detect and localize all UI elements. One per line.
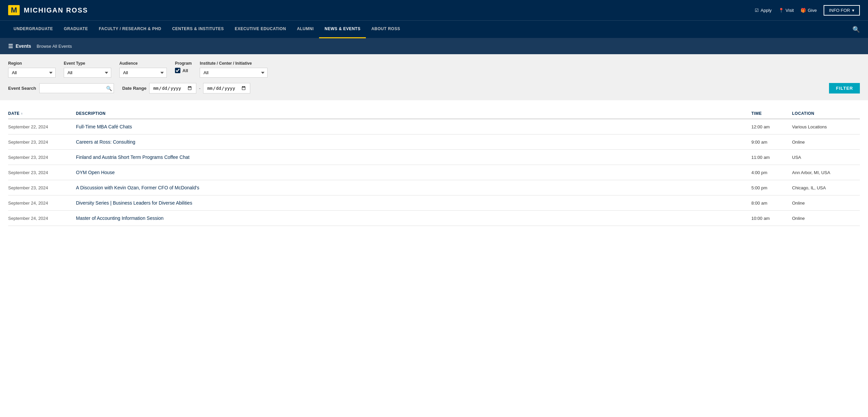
event-type-select[interactable]: All	[64, 68, 111, 78]
filters-row2: Event Search 🔍 Date Range - FILTER	[8, 83, 860, 93]
event-link[interactable]: Full-Time MBA Café Chats	[76, 124, 132, 129]
events-table: DATE ↑ DESCRIPTION TIME LOCATION Septemb…	[0, 100, 868, 226]
nav-item-alumni[interactable]: ALUMNI	[292, 21, 319, 38]
gift-icon: 🎁	[801, 8, 806, 13]
audience-label: Audience	[119, 61, 167, 66]
table-row: September 24, 2024 Diversity Series | Bu…	[8, 195, 860, 211]
nav-item-executive[interactable]: EXECUTIVE EDUCATION	[229, 21, 291, 38]
table-row: September 23, 2024 Finland and Austria S…	[8, 150, 860, 165]
region-label: Region	[8, 61, 56, 66]
col-header-description: DESCRIPTION	[76, 111, 751, 116]
table-header: DATE ↑ DESCRIPTION TIME LOCATION	[8, 108, 860, 119]
top-bar: M MICHIGAN ROSS ☑ Apply 📍 Visit 🎁 Give I…	[0, 0, 868, 20]
table-row: September 23, 2024 A Discussion with Kev…	[8, 180, 860, 195]
institute-label: Institute / Center / Initiative	[200, 61, 268, 66]
nav-item-centers[interactable]: CENTERS & INSTITUTES	[167, 21, 230, 38]
cell-date: September 23, 2024	[8, 185, 76, 190]
apply-link[interactable]: ☑ Apply	[755, 8, 772, 13]
cell-description: A Discussion with Kevin Ozan, Former CFO…	[76, 185, 751, 190]
events-label: Events	[16, 43, 31, 49]
col-header-date[interactable]: DATE ↑	[8, 111, 76, 116]
search-input-wrapper: 🔍	[39, 83, 114, 93]
cell-time: 8:00 am	[751, 201, 792, 206]
filter-button[interactable]: FILTER	[829, 83, 860, 93]
nav-item-faculty[interactable]: FACULTY / RESEARCH & PHD	[93, 21, 166, 38]
program-checkbox-row: All	[175, 68, 192, 73]
program-all-checkbox[interactable]	[175, 68, 180, 73]
table-body: September 22, 2024 Full-Time MBA Café Ch…	[8, 119, 860, 226]
give-label: Give	[808, 8, 817, 13]
event-link[interactable]: Finland and Austria Short Term Programs …	[76, 154, 190, 160]
cell-time: 11:00 am	[751, 155, 792, 160]
cell-location: Chicago, IL, USA	[792, 185, 860, 190]
event-link[interactable]: A Discussion with Kevin Ozan, Former CFO…	[76, 185, 199, 190]
nav-item-undergraduate[interactable]: UNDERGRADUATE	[8, 21, 58, 38]
audience-select[interactable]: All	[119, 68, 167, 78]
info-for-label: INFO FOR	[829, 8, 850, 13]
cell-date: September 23, 2024	[8, 140, 76, 145]
main-nav: UNDERGRADUATE GRADUATE FACULTY / RESEARC…	[0, 20, 868, 38]
nav-item-news[interactable]: NEWS & EVENTS	[319, 21, 366, 38]
browse-all-events-link[interactable]: Browse All Events	[37, 44, 72, 49]
institute-select[interactable]: All	[200, 68, 268, 78]
date-range-group: Date Range -	[122, 83, 250, 93]
program-label: Program	[175, 61, 192, 66]
cell-time: 12:00 am	[751, 124, 792, 129]
cell-description: Finland and Austria Short Term Programs …	[76, 154, 751, 160]
col-header-location: LOCATION	[792, 111, 860, 116]
region-filter-group: Region All	[8, 61, 56, 78]
cell-description: Diversity Series | Business Leaders for …	[76, 200, 751, 206]
cell-location: Online	[792, 201, 860, 206]
table-row: September 23, 2024 OYM Open House 4:00 p…	[8, 165, 860, 180]
event-search-input[interactable]	[39, 83, 114, 93]
date-start-input[interactable]	[149, 83, 196, 93]
logo-area: M MICHIGAN ROSS	[8, 5, 88, 15]
search-icon[interactable]: 🔍	[852, 26, 860, 33]
cell-time: 10:00 am	[751, 216, 792, 221]
event-search-group: Event Search 🔍	[8, 83, 114, 93]
cell-location: Ann Arbor, MI, USA	[792, 170, 860, 175]
apply-checkbox-icon: ☑	[755, 8, 759, 13]
search-submit-button[interactable]: 🔍	[106, 86, 112, 91]
event-link[interactable]: Diversity Series | Business Leaders for …	[76, 200, 192, 206]
events-bar: ☰ Events Browse All Events	[0, 38, 868, 54]
event-link[interactable]: Careers at Ross: Consulting	[76, 139, 135, 145]
info-for-button[interactable]: INFO FOR ▾	[824, 5, 860, 16]
table-row: September 22, 2024 Full-Time MBA Café Ch…	[8, 119, 860, 134]
top-right-actions: ☑ Apply 📍 Visit 🎁 Give INFO FOR ▾	[755, 5, 860, 16]
events-menu-toggle[interactable]: ☰ Events	[8, 43, 31, 49]
filters-container: Region All Event Type All Audience All P…	[0, 54, 868, 100]
hamburger-icon: ☰	[8, 43, 13, 49]
audience-filter-group: Audience All	[119, 61, 167, 78]
region-select[interactable]: All	[8, 68, 56, 78]
date-separator: -	[199, 86, 200, 91]
event-type-filter-group: Event Type All	[64, 61, 111, 78]
cell-location: Various Locations	[792, 124, 860, 129]
cell-location: Online	[792, 216, 860, 221]
cell-date: September 22, 2024	[8, 124, 76, 129]
cell-date: September 24, 2024	[8, 216, 76, 221]
location-icon: 📍	[778, 8, 784, 13]
event-link[interactable]: OYM Open House	[76, 170, 115, 175]
cell-description: Full-Time MBA Café Chats	[76, 124, 751, 129]
date-end-input[interactable]	[203, 83, 250, 93]
event-link[interactable]: Master of Accounting Information Session	[76, 215, 163, 221]
nav-item-graduate[interactable]: GRADUATE	[58, 21, 93, 38]
event-search-label: Event Search	[8, 86, 36, 91]
cell-time: 5:00 pm	[751, 185, 792, 190]
logo-text: MICHIGAN ROSS	[24, 6, 88, 14]
filters-row1: Region All Event Type All Audience All P…	[8, 61, 860, 78]
cell-description: Careers at Ross: Consulting	[76, 139, 751, 145]
table-row: September 23, 2024 Careers at Ross: Cons…	[8, 134, 860, 150]
table-row: September 24, 2024 Master of Accounting …	[8, 211, 860, 226]
col-header-time: TIME	[751, 111, 792, 116]
nav-item-about[interactable]: ABOUT ROSS	[366, 21, 406, 38]
chevron-down-icon: ▾	[852, 8, 854, 13]
cell-description: OYM Open House	[76, 170, 751, 175]
logo-m-icon: M	[8, 5, 20, 15]
sort-arrow-icon: ↑	[21, 112, 23, 116]
give-link[interactable]: 🎁 Give	[801, 8, 817, 13]
program-filter-group: Program All	[175, 61, 192, 73]
cell-location: USA	[792, 155, 860, 160]
visit-link[interactable]: 📍 Visit	[778, 8, 794, 13]
